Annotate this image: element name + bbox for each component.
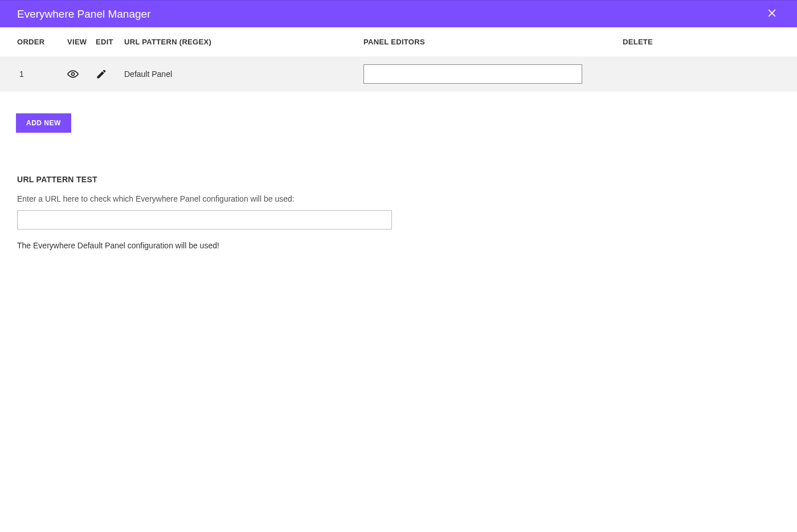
edit-button[interactable] [96,68,107,80]
column-header-url-pattern: URL PATTERN (REGEX) [124,38,363,46]
row-order-value: 1 [17,69,67,79]
panel-editors-input[interactable] [363,64,582,84]
column-header-edit: EDIT [96,38,124,46]
test-instruction-text: Enter a URL here to check which Everywhe… [17,194,780,203]
column-header-panel-editors: PANEL EDITORS [363,38,623,46]
row-url-pattern: Default Panel [124,69,363,79]
column-header-view: VIEW [67,38,96,46]
test-section-title: URL PATTERN TEST [17,175,780,184]
url-pattern-test-section: URL PATTERN TEST Enter a URL here to che… [0,133,797,250]
test-result-text: The Everywhere Default Panel configurati… [17,241,780,250]
pencil-icon [96,68,107,80]
column-header-delete: DELETE [623,38,653,46]
column-header-order: ORDER [17,38,67,46]
view-button[interactable] [67,68,79,80]
add-new-button[interactable]: ADD NEW [16,113,71,133]
close-icon [766,7,778,19]
table-row: 1 Default Panel [0,56,797,92]
svg-point-0 [72,73,75,76]
url-test-input[interactable] [17,210,392,230]
close-button[interactable] [764,5,780,23]
header-title: Everywhere Panel Manager [17,8,150,21]
table-header-row: ORDER VIEW EDIT URL PATTERN (REGEX) PANE… [0,27,797,56]
header-bar: Everywhere Panel Manager [0,0,797,27]
eye-icon [67,68,79,80]
